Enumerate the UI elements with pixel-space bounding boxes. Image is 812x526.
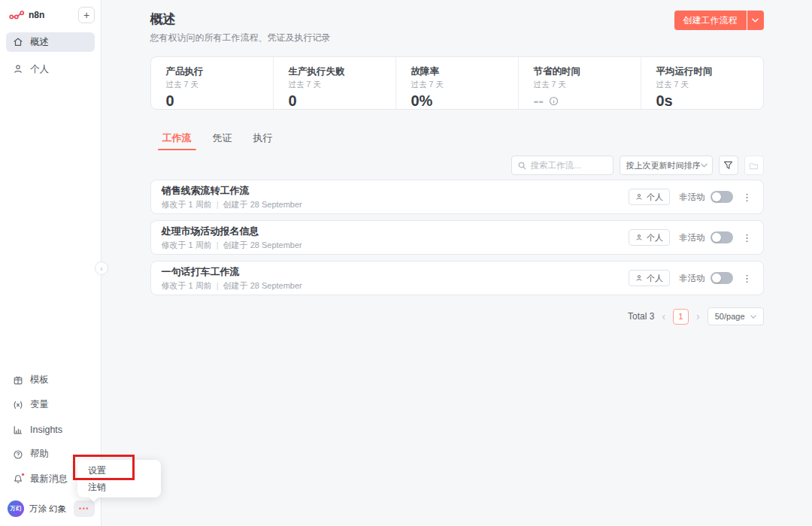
stat-period: 过去 7 天	[289, 80, 395, 90]
page-number-button[interactable]: 1	[673, 309, 689, 325]
active-toggle[interactable]	[710, 191, 733, 203]
owner-badge: 个人	[629, 270, 670, 286]
home-icon	[13, 37, 23, 47]
menu-item-signout[interactable]: 注销	[77, 479, 161, 495]
workflow-controls: 个人 非活动 ⋮	[629, 270, 753, 286]
sidebar-item-label: 个人	[30, 63, 49, 76]
stat-period: 过去 7 天	[534, 80, 641, 90]
info-icon[interactable]	[549, 96, 559, 106]
list-toolbar: 按上次更新时间排序	[150, 156, 764, 175]
filter-funnel-icon	[723, 161, 733, 170]
active-toggle[interactable]	[710, 272, 733, 284]
sidebar-user-row: 万幻 万涂 幻象 •••	[0, 496, 101, 526]
workflow-name: 一句话打车工作流	[162, 265, 302, 279]
workflow-modified: 修改于 1 周前	[162, 240, 212, 249]
owner-badge-label: 个人	[647, 192, 663, 203]
user-icon	[635, 193, 643, 201]
sidebar-item-label: 概述	[30, 36, 49, 49]
page-header-text: 概述 您有权访问的所有工作流程、凭证及执行记录	[150, 11, 331, 44]
sidebar-item-label: 帮助	[30, 448, 49, 461]
main-area: 概述 您有权访问的所有工作流程、凭证及执行记录 创建工作流程 产品执行	[102, 0, 812, 526]
meta-divider: |	[217, 281, 219, 290]
kebab-menu-button[interactable]: ⋮	[742, 192, 753, 203]
workflow-meta: 修改于 1 周前|创建于 28 September	[162, 240, 302, 251]
stat-period: 过去 7 天	[411, 80, 518, 90]
workflow-name: 处理市场活动报名信息	[162, 225, 302, 238]
sidebar-item-variables[interactable]: 变量	[6, 394, 95, 416]
sidebar-item-templates[interactable]: 模板	[6, 369, 95, 391]
user-name: 万涂 幻象	[29, 503, 66, 515]
tab-executions[interactable]: 执行	[253, 132, 273, 150]
tab-credentials[interactable]: 凭证	[213, 132, 232, 150]
pagination-total: Total 3	[628, 311, 654, 322]
status-toggle-group: 非活动	[679, 191, 733, 203]
workflow-info: 一句话打车工作流 修改于 1 周前|创建于 28 September	[162, 265, 302, 292]
sidebar-nav: 概述 个人	[0, 32, 101, 79]
brand-name: n8n	[29, 10, 44, 20]
stat-failed-executions: 生产执行失败 过去 7 天 0	[273, 57, 395, 109]
prev-page-button[interactable]: ‹	[662, 311, 665, 322]
chevron-down-icon	[752, 18, 759, 23]
new-folder-button[interactable]	[744, 156, 764, 175]
status-label: 非活动	[679, 232, 705, 243]
workflow-controls: 个人 非活动 ⋮	[629, 189, 753, 205]
meta-divider: |	[217, 200, 219, 209]
tab-workflows[interactable]: 工作流	[162, 132, 192, 150]
sidebar-item-overview[interactable]: 概述	[6, 32, 95, 52]
stat-avg-runtime: 平均运行时间 过去 7 天 0s	[641, 57, 763, 109]
user-icon	[635, 234, 643, 241]
page-subtitle: 您有权访问的所有工作流程、凭证及执行记录	[150, 32, 331, 44]
workflow-created: 创建于 28 September	[223, 281, 302, 290]
sidebar-item-label: Insights	[30, 425, 62, 435]
sidebar-item-insights[interactable]: Insights	[6, 419, 95, 440]
status-label: 非活动	[679, 192, 705, 203]
sort-select[interactable]: 按上次更新时间排序	[620, 156, 713, 175]
status-toggle-group: 非活动	[679, 231, 733, 243]
workflow-row[interactable]: 一句话打车工作流 修改于 1 周前|创建于 28 September 个人 非活…	[150, 261, 764, 295]
meta-divider: |	[217, 240, 219, 249]
bar-chart-icon	[13, 425, 23, 435]
user-menu-button[interactable]: •••	[74, 500, 95, 517]
tab-bar: 工作流 凭证 执行	[150, 132, 764, 150]
workflow-modified: 修改于 1 周前	[162, 281, 212, 290]
stat-value: 0s	[656, 92, 763, 110]
workflow-info: 销售线索流转工作流 修改于 1 周前|创建于 28 September	[162, 184, 302, 210]
sidebar-item-label: 最新消息	[30, 473, 68, 485]
status-toggle-group: 非活动	[679, 272, 733, 284]
workflow-info: 处理市场活动报名信息 修改于 1 周前|创建于 28 September	[162, 225, 302, 251]
workflow-modified: 修改于 1 周前	[162, 200, 212, 209]
page-size-select[interactable]: 50/page	[707, 307, 764, 325]
kebab-menu-button[interactable]: ⋮	[742, 273, 753, 284]
folder-icon	[749, 162, 759, 170]
stat-value: 0%	[411, 92, 518, 110]
page-title: 概述	[150, 11, 331, 28]
workflow-created: 创建于 28 September	[223, 240, 302, 249]
sidebar-collapse-button[interactable]: ‹	[95, 261, 108, 275]
user-icon	[13, 64, 23, 74]
chevron-down-icon	[701, 163, 707, 168]
workflow-row[interactable]: 处理市场活动报名信息 修改于 1 周前|创建于 28 September 个人 …	[150, 220, 764, 255]
sidebar-item-personal[interactable]: 个人	[6, 59, 95, 79]
menu-item-settings[interactable]: 设置	[77, 462, 161, 479]
help-icon	[13, 449, 23, 460]
stats-card: 产品执行 过去 7 天 0 生产执行失败 过去 7 天 0 故障率 过去 7 天…	[150, 56, 764, 110]
sidebar-item-label: 模板	[30, 373, 49, 386]
workflow-row[interactable]: 销售线索流转工作流 修改于 1 周前|创建于 28 September 个人 非…	[150, 180, 764, 214]
active-toggle[interactable]	[710, 231, 733, 243]
user-icon	[635, 274, 643, 282]
toggle-knob	[712, 274, 721, 283]
new-workflow-button[interactable]: +	[78, 7, 95, 23]
bell-icon	[13, 474, 23, 485]
kebab-menu-button[interactable]: ⋮	[742, 232, 753, 243]
create-workflow-button[interactable]: 创建工作流程	[674, 11, 747, 30]
owner-badge: 个人	[629, 189, 670, 205]
create-workflow-dropdown-button[interactable]	[747, 11, 764, 30]
filter-button[interactable]	[719, 156, 738, 175]
stat-prod-executions: 产品执行 过去 7 天 0	[151, 57, 273, 109]
workflow-list: 销售线索流转工作流 修改于 1 周前|创建于 28 September 个人 非…	[150, 180, 764, 295]
content-column: 概述 您有权访问的所有工作流程、凭证及执行记录 创建工作流程 产品执行	[150, 0, 764, 325]
search-input[interactable]	[531, 161, 607, 170]
stat-period: 过去 7 天	[656, 80, 763, 90]
next-page-button[interactable]: ›	[696, 311, 700, 322]
owner-badge-label: 个人	[647, 273, 663, 284]
